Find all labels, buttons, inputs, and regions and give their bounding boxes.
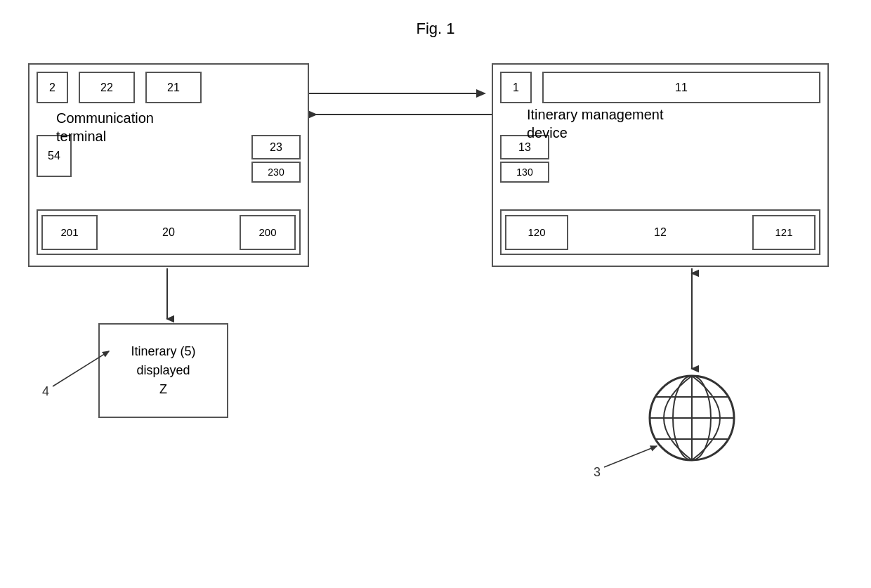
svg-line-20 — [604, 446, 657, 467]
box-201: 201 — [41, 215, 98, 250]
arrow-comm-to-display — [160, 268, 174, 325]
box-23: 23 — [251, 135, 301, 159]
itin-display-line3: Z — [159, 382, 167, 396]
itin-display-line1: Itinerary (5) — [131, 344, 195, 358]
itin-device-bottom-row: 120 12 121 — [500, 209, 820, 255]
itin-display-line2: displayed — [136, 363, 190, 377]
itin-device-label: Itinerary managementdevice — [527, 105, 664, 142]
box-230: 230 — [251, 162, 301, 183]
box-12: 12 — [572, 215, 749, 250]
box-130: 130 — [500, 162, 549, 183]
svg-text:4: 4 — [42, 384, 49, 398]
figure-title: Fig. 1 — [0, 20, 871, 38]
arrow-itin-globe — [685, 268, 699, 374]
box-200: 200 — [240, 215, 296, 250]
svg-line-7 — [53, 351, 109, 386]
comm-terminal-bottom-row: 201 20 200 — [37, 209, 301, 255]
label-3-arrow: 3 — [590, 436, 667, 478]
arrow-comm-to-itin — [309, 86, 492, 100]
box-121: 121 — [752, 215, 816, 250]
box-1: 1 — [500, 72, 532, 103]
svg-text:3: 3 — [594, 465, 601, 478]
comm-terminal-label: Communicationterminal — [56, 109, 154, 145]
itin-display-text: Itinerary (5) displayed Z — [131, 342, 195, 399]
box-120: 120 — [505, 215, 568, 250]
box-2: 2 — [37, 72, 68, 103]
box-22: 22 — [79, 72, 135, 103]
label-4-arrow: 4 — [39, 337, 130, 400]
arrow-itin-to-comm — [309, 107, 492, 122]
comm-terminal-box: 2 22 21 54 23 230 201 20 200 — [28, 63, 309, 267]
box-11: 11 — [542, 72, 820, 103]
itin-device-box: 1 11 13 130 120 12 121 — [492, 63, 829, 267]
box-20: 20 — [101, 215, 236, 250]
box-21: 21 — [145, 72, 202, 103]
